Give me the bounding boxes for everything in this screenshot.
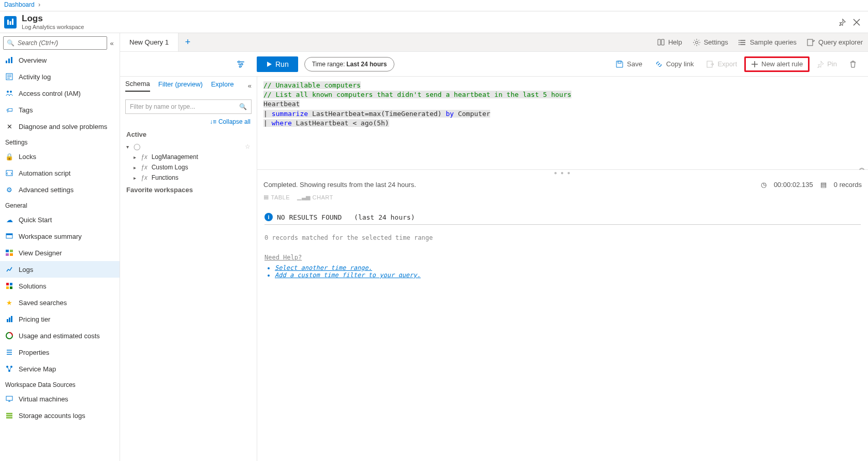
copy-link-button[interactable]: Copy link [650,56,699,72]
sample-queries-button[interactable]: Sample queries [733,33,802,51]
tab-new-query-1[interactable]: New Query 1 [120,33,179,51]
workspace-icon: ◯ [134,143,140,150]
sidebar-item-storage-accounts-logs[interactable]: Storage accounts logs [0,407,120,424]
filter-settings-icon[interactable] [236,60,245,69]
svg-rect-19 [10,286,12,289]
trash-icon [849,61,857,68]
breadcrumb-dashboard[interactable]: Dashboard [4,1,35,8]
sidebar-item-service-map[interactable]: Service Map [0,361,120,377]
sidebar-item-label: Logs [19,266,33,273]
sidebar-item-label: Solutions [19,282,46,290]
sidebar-item-access-control-iam-[interactable]: Access control (IAM) [0,85,120,102]
close-icon[interactable] [849,15,864,30]
schema-node-custom-logs[interactable]: ▸ƒxCustom Logs [120,162,257,172]
sidebar-item-virtual-machines[interactable]: Virtual machines [0,391,120,407]
chevron-down-icon: ▾ [126,144,131,150]
workspace-node[interactable]: ▾ ◯ ☆ [120,141,257,152]
help-link-time-range[interactable]: Select another time range. [275,264,372,271]
schema-filter-input[interactable]: Filter by name or type... 🔍 [125,99,252,114]
chevron-right-icon: › [38,1,40,8]
info-icon: i [264,213,273,221]
delete-button[interactable] [844,56,862,72]
sidebar-item-label: Service Map [19,365,56,373]
chart-view-button[interactable]: ▁▃▅ CHART [297,194,333,200]
export-button[interactable]: Export [701,56,742,72]
sidebar-item-label: Storage accounts logs [19,412,85,420]
sidebar-item-label: Saved searches [19,299,67,307]
filter-tab[interactable]: Filter (preview) [158,80,203,91]
schema-node-functions[interactable]: ▸ƒxFunctions [120,172,257,183]
sidebar-item-view-designer[interactable]: View Designer [0,244,120,261]
schema-node-label: Custom Logs [152,164,188,171]
page-title: Logs [22,14,84,24]
sidebar-heading: General [0,198,120,211]
pricing-icon [5,315,13,323]
play-icon [266,61,272,67]
svg-rect-0 [7,20,9,25]
sidebar-item-usage-and-estimated-costs[interactable]: Usage and estimated costs [0,327,120,344]
settings-button[interactable]: Settings [687,33,733,51]
svg-rect-30 [6,417,12,419]
pin-button[interactable]: Pin [812,56,842,72]
sidebar-item-diagnose-and-solve-problems[interactable]: ✕Diagnose and solve problems [0,118,120,135]
svg-rect-35 [807,39,813,46]
search-input[interactable]: 🔍 Search (Ctrl+/) [3,36,107,50]
help-link-custom-filter[interactable]: Add a custom time filter to your query. [275,271,421,279]
collapse-schema-icon[interactable]: « [248,82,252,90]
save-button[interactable]: Save [610,56,648,72]
quickstart-icon: ☁ [5,215,13,224]
new-alert-rule-button[interactable]: New alert rule [744,56,810,72]
table-view-button[interactable]: ▦ TABLE [263,194,290,200]
function-icon: ƒx [141,174,148,181]
svg-rect-1 [10,21,11,25]
sidebar-item-pricing-tier[interactable]: Pricing tier [0,311,120,327]
query-editor[interactable]: // Unavailable computers // List all kno… [257,77,868,170]
sidebar-item-automation-script[interactable]: Automation script [0,165,120,181]
collapse-sidebar-icon[interactable]: « [107,39,116,47]
favorite-workspaces-heading: Favorite workspaces [120,183,257,197]
favorite-icon[interactable]: ☆ [245,143,251,150]
diagnose-icon: ✕ [5,122,13,131]
help-button[interactable]: Help [652,33,687,51]
collapse-all-button[interactable]: ↓≡ Collapse all [120,116,257,127]
schema-node-label: LogManagement [152,153,198,161]
sidebar-item-locks[interactable]: 🔒Locks [0,148,120,165]
sidebar-item-advanced-settings[interactable]: ⚙Advanced settings [0,181,120,198]
resize-handle[interactable]: ● ● ● [257,170,868,175]
zero-matched-text: 0 records matched for the selected time … [264,234,861,241]
new-tab-button[interactable]: + [179,33,197,51]
solutions-icon [5,282,13,290]
sidebar-item-solutions[interactable]: Solutions [0,278,120,294]
sidebar: 🔍 Search (Ctrl+/) « OverviewActivity log… [0,33,120,461]
sidebar-item-properties[interactable]: Properties [0,344,120,361]
time-range-selector[interactable]: Time range:Last 24 hours [304,57,395,71]
editor-results-column: // Unavailable computers // List all kno… [257,77,868,461]
sort-icon: ↓≡ [210,118,216,125]
sidebar-item-logs[interactable]: Logs [0,261,120,278]
logs-workspace-icon [4,16,17,28]
sidebar-item-label: Pricing tier [19,315,50,323]
sidebar-item-overview[interactable]: Overview [0,52,120,68]
pin-icon[interactable] [835,15,849,30]
schema-tab[interactable]: Schema [125,80,150,92]
chevron-right-icon: ▸ [134,165,139,170]
sidebar-item-quick-start[interactable]: ☁Quick Start [0,211,120,228]
run-button[interactable]: Run [257,56,298,72]
script-icon [5,169,13,177]
expand-up-icon[interactable]: ︽ [859,164,865,171]
need-help-heading: Need Help? [264,254,861,261]
page-subtitle: Log Analytics workspace [22,24,84,30]
schema-node-logmanagement[interactable]: ▸ƒxLogManagement [120,152,257,162]
sidebar-item-tags[interactable]: 🏷Tags [0,102,120,118]
explore-tab[interactable]: Explore [211,80,234,91]
workspace-icon [5,232,13,240]
svg-rect-22 [11,316,12,322]
sidebar-item-activity-log[interactable]: Activity log [0,68,120,85]
sidebar-item-label: Advanced settings [19,186,73,194]
sidebar-item-workspace-summary[interactable]: Workspace summary [0,228,120,244]
query-explorer-button[interactable]: Query explorer [802,33,868,51]
sidebar-item-label: Workspace summary [19,233,82,240]
schema-active-heading: Active [120,127,257,141]
sidebar-item-saved-searches[interactable]: ★Saved searches [0,294,120,311]
page-header: Logs Log Analytics workspace [0,11,868,33]
